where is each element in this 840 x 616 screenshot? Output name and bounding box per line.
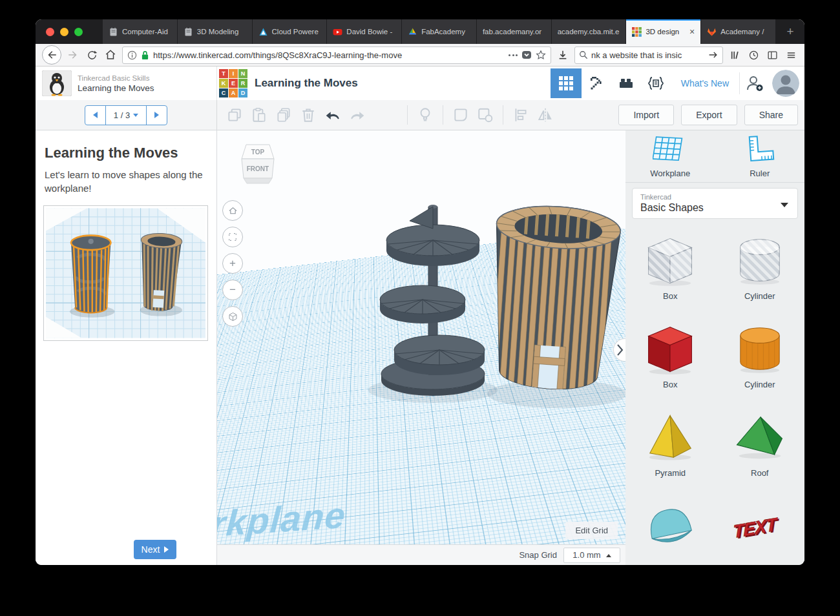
workplane-tool[interactable]: Workplane (625, 134, 715, 178)
tab-cloud-powered[interactable]: Cloud Powere (253, 19, 327, 44)
invite-user-button[interactable] (740, 68, 770, 98)
view-cube[interactable]: TOP FRONT (236, 141, 279, 187)
slatted-cylinder-object[interactable] (485, 203, 622, 400)
home-button[interactable] (103, 48, 118, 62)
hamburger-icon (786, 50, 797, 61)
chevron-down-icon (133, 114, 138, 119)
paste-button[interactable] (248, 104, 270, 126)
search-go-icon[interactable] (708, 50, 719, 59)
snap-grid-select[interactable]: 1.0 mm (563, 548, 620, 563)
redo-button[interactable] (346, 104, 368, 126)
undo-button[interactable] (322, 104, 344, 126)
library-button[interactable] (728, 48, 742, 62)
breadcrumb-series: Tinkercad Basic Skills (78, 74, 154, 82)
lesson-title: Learning the Moves (45, 145, 207, 161)
minecraft-mode-button[interactable] (582, 68, 611, 98)
ruler-tool[interactable]: Ruler (715, 134, 805, 178)
tinkercad-icon (632, 27, 642, 37)
forward-button[interactable] (66, 48, 80, 62)
lesson-panel: Learning the Moves Let's learn to move s… (36, 130, 217, 565)
tab-3d-modeling[interactable]: 3D Modeling (178, 19, 252, 44)
reload-button[interactable] (85, 48, 99, 62)
search-input[interactable] (591, 50, 705, 60)
library-vendor: Tinkercad (640, 193, 790, 201)
close-tab-icon[interactable]: × (689, 26, 695, 37)
shape-library-dropdown[interactable]: Tinkercad Basic Shapes (632, 188, 798, 219)
tab-label: FabAcademy (421, 28, 470, 36)
next-step-button[interactable] (147, 106, 167, 125)
share-button[interactable]: Share (744, 105, 798, 125)
align-button[interactable] (510, 104, 532, 126)
edit-grid-button[interactable]: Edit Grid (565, 522, 618, 539)
tab-academany-gitlab[interactable]: Academany / (701, 19, 775, 44)
group-button[interactable] (450, 104, 472, 126)
copy-button[interactable] (224, 104, 246, 126)
search-icon (579, 50, 588, 59)
viewcube-top-label[interactable]: TOP (251, 149, 265, 156)
prev-step-button[interactable] (85, 106, 105, 125)
shape-box-striped[interactable]: Box (625, 224, 715, 313)
tab-3d-design-active[interactable]: 3D design × (626, 19, 700, 44)
user-avatar[interactable] (772, 70, 799, 97)
delete-button[interactable] (297, 104, 319, 126)
cylinder-striped-icon (733, 233, 787, 287)
search-bar[interactable] (574, 46, 723, 64)
lesson-breadcrumb-block[interactable]: Tinkercad Basic Skills Learning the Move… (36, 67, 217, 100)
history-button[interactable] (746, 48, 761, 62)
duplicate-button[interactable] (273, 104, 295, 126)
tab-academy-cba-mit[interactable]: academy.cba.mit.e (552, 19, 626, 44)
tab-david-bowie[interactable]: David Bowie - (327, 19, 401, 44)
url-input[interactable] (153, 50, 505, 60)
shape-pyramid-yellow[interactable]: Pyramid (625, 401, 715, 489)
spiral-staircase-object[interactable] (380, 205, 485, 396)
zoom-window-button[interactable] (74, 28, 83, 36)
ruler-tool-icon (744, 134, 776, 163)
tab-fab-academany[interactable]: fab.academany.or (477, 19, 551, 44)
tinkercad-logo[interactable]: TIN KER CAD (219, 69, 247, 98)
export-button[interactable]: Export (681, 105, 737, 125)
browser-tab-bar: Computer-Aid 3D Modeling Cloud Powere Da… (36, 19, 804, 44)
close-window-button[interactable] (46, 28, 54, 36)
ungroup-button[interactable] (474, 104, 496, 126)
shape-roof-green[interactable]: Roof (715, 401, 805, 489)
step-indicator[interactable]: 1 / 3 (105, 106, 147, 125)
site-info-icon[interactable] (127, 50, 137, 60)
shape-box-red[interactable]: Box (625, 313, 715, 401)
viewcube-front-label[interactable]: FRONT (247, 165, 269, 172)
zoom-in-button[interactable]: + (222, 253, 243, 274)
shapes-panel: Workplane Ruler Tinkercad Basic Shapes (625, 130, 804, 565)
shape-text-red[interactable]: TEXT TEXT (715, 489, 805, 565)
next-lesson-button[interactable]: Next (134, 540, 176, 559)
shape-cylinder-orange[interactable]: Cylinder (715, 313, 805, 401)
brick-mode-button[interactable] (611, 68, 641, 98)
lego-brick-icon (618, 76, 634, 91)
3d-viewport[interactable]: rkplane (217, 130, 625, 544)
mirror-button[interactable] (534, 104, 556, 126)
back-button[interactable] (42, 45, 61, 65)
page-actions-icon[interactable] (509, 54, 518, 56)
pocket-icon[interactable] (521, 50, 532, 60)
new-tab-button[interactable]: + (776, 19, 804, 44)
minimize-window-button[interactable] (60, 28, 68, 36)
home-view-button[interactable] (222, 200, 243, 221)
design-title: Learning the Moves (255, 77, 358, 90)
show-all-button[interactable] (414, 104, 436, 126)
codeblocks-button[interactable] (641, 68, 671, 98)
workplane-tool-label: Workplane (625, 169, 715, 178)
bookmark-star-icon[interactable] (536, 50, 546, 60)
menu-button[interactable] (784, 48, 798, 62)
zoom-out-button[interactable]: − (222, 280, 243, 300)
sidebar-button[interactable] (765, 48, 779, 62)
import-button[interactable]: Import (618, 105, 674, 125)
whats-new-link[interactable]: What's New (671, 78, 739, 88)
shape-round-roof-teal[interactable] (625, 489, 715, 565)
tab-fabacademy[interactable]: FabAcademy (402, 19, 476, 44)
downloads-button[interactable] (556, 48, 570, 62)
dashboard-grid-button[interactable] (551, 68, 582, 98)
shape-cylinder-striped[interactable]: Cylinder (715, 224, 805, 313)
perspective-toggle-button[interactable] (222, 306, 243, 327)
address-bar[interactable] (122, 46, 551, 64)
copy-icon (226, 107, 243, 123)
fit-view-button[interactable] (222, 227, 243, 247)
tab-computer-aided[interactable]: Computer-Aid (103, 19, 177, 44)
